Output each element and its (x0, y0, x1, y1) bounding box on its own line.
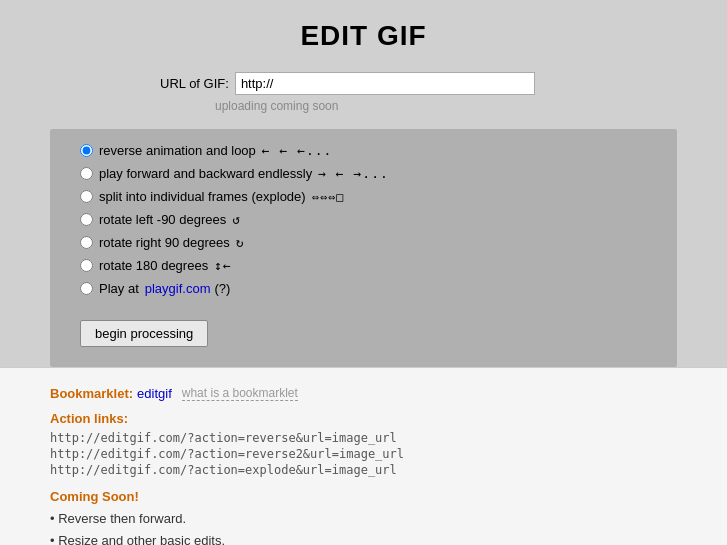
option-icon-4: ↺ (232, 212, 241, 227)
option-label-5[interactable]: rotate right 90 degrees (99, 235, 230, 250)
bookmarklet-label: Bookmarklet: (50, 386, 133, 401)
option-label-4[interactable]: rotate left -90 degrees (99, 212, 226, 227)
coming-soon-item-1: Reverse then forward. (50, 508, 677, 530)
coming-soon-item-2: Resize and other basic edits. (50, 530, 677, 545)
option-label-7[interactable]: Play at (99, 281, 139, 296)
option-icon-1: ← ← ←... (262, 143, 333, 158)
option-row-6: rotate 180 degrees ↕← (80, 258, 657, 273)
option-label-1[interactable]: reverse animation and loop (99, 143, 256, 158)
action-links-label: Action links: (50, 411, 677, 426)
option-icon-5: ↻ (236, 235, 245, 250)
option-label-6[interactable]: rotate 180 degrees (99, 258, 208, 273)
option-radio-1[interactable] (80, 144, 93, 157)
option-radio-3[interactable] (80, 190, 93, 203)
option-radio-2[interactable] (80, 167, 93, 180)
option-label-3[interactable]: split into individual frames (explode) (99, 189, 306, 204)
action-link-2: http://editgif.com/?action=reverse2&url=… (50, 447, 677, 461)
option-row-3: split into individual frames (explode) ⇔… (80, 189, 657, 204)
option-radio-5[interactable] (80, 236, 93, 249)
action-link-1: http://editgif.com/?action=reverse&url=i… (50, 431, 677, 445)
option-row-5: rotate right 90 degrees ↻ (80, 235, 657, 250)
option-label-2[interactable]: play forward and backward endlessly (99, 166, 312, 181)
option-row-1: reverse animation and loop ← ← ←... (80, 143, 657, 158)
option-icon-3: ⇔⇔⇔□ (312, 190, 345, 204)
coming-soon-label: Coming Soon! (50, 489, 677, 504)
option-row-7: Play at playgif.com (?) (80, 281, 657, 296)
top-section: EDIT GIF URL of GIF: uploading coming so… (0, 0, 727, 367)
playgif-link[interactable]: playgif.com (145, 281, 211, 296)
option-suffix-7: (?) (215, 281, 231, 296)
options-section: reverse animation and loop ← ← ←... play… (50, 129, 677, 367)
begin-processing-button[interactable]: begin processing (80, 320, 208, 347)
page-title: EDIT GIF (0, 20, 727, 52)
bookmarklet-row: Bookmarklet: editgif what is a bookmarkl… (50, 386, 677, 401)
option-row-4: rotate left -90 degrees ↺ (80, 212, 657, 227)
url-label: URL of GIF: (160, 76, 229, 91)
option-row-2: play forward and backward endlessly → ← … (80, 166, 657, 181)
coming-soon-list: Reverse then forward. Resize and other b… (50, 508, 677, 545)
option-radio-7[interactable] (80, 282, 93, 295)
bookmarklet-link[interactable]: editgif (137, 386, 172, 401)
uploading-note: uploading coming soon (0, 99, 727, 113)
option-radio-6[interactable] (80, 259, 93, 272)
option-icon-2: → ← →... (318, 166, 389, 181)
bottom-section: Bookmarklet: editgif what is a bookmarkl… (0, 367, 727, 545)
option-icon-6: ↕← (214, 258, 232, 273)
url-input[interactable] (235, 72, 535, 95)
action-link-3: http://editgif.com/?action=explode&url=i… (50, 463, 677, 477)
url-row: URL of GIF: (0, 72, 727, 95)
option-radio-4[interactable] (80, 213, 93, 226)
what-is-bookmarklet[interactable]: what is a bookmarklet (182, 386, 298, 401)
